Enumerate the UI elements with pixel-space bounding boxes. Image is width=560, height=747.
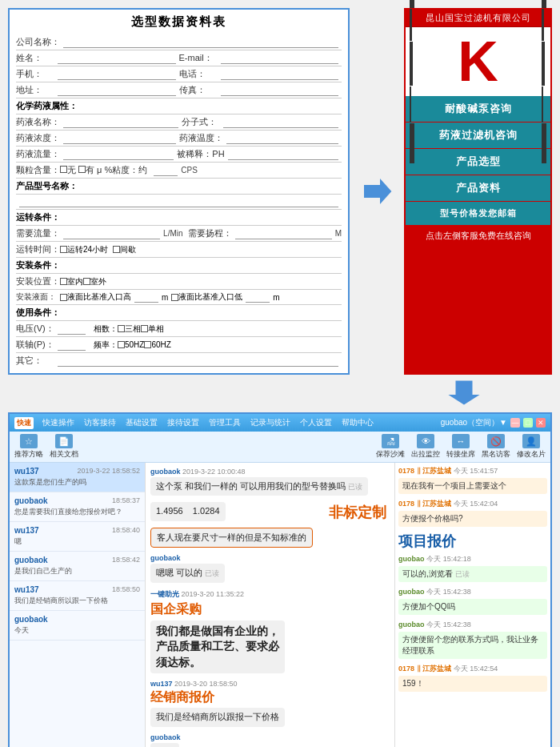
cb-24h[interactable] <box>60 246 67 253</box>
value-ph[interactable] <box>228 149 338 160</box>
cb-three-phase[interactable] <box>118 325 125 332</box>
toolbar-blacklist[interactable]: 🚫 黑名访客 <box>482 434 510 460</box>
company-btn-filter[interactable]: 药液过滤机咨询 <box>406 122 550 148</box>
msg-bubble-highlight: 客人现在要尺寸一样的但是不知标准的 <box>150 528 313 548</box>
value-formula[interactable] <box>223 117 338 128</box>
form-row-install2: 安装液面： 液面比基准入口高 m 液面比基准入口低 m <box>16 290 342 305</box>
cb-interval[interactable] <box>113 246 120 253</box>
label-name: 姓名： <box>16 52 54 64</box>
cb-outdoor[interactable] <box>83 278 90 285</box>
value-other[interactable] <box>58 355 338 367</box>
conv-item-guobaok3[interactable]: guobaok 今天 <box>10 611 145 641</box>
conv-item-guobaok[interactable]: guobaok 18:58:37 您是需要我们直接给您报价对吧？ <box>10 492 145 522</box>
toolbar-monitor[interactable]: 👁 出拉监控 <box>411 434 440 460</box>
nav-quick-op[interactable]: 快速操作 <box>38 416 78 429</box>
value-tel[interactable] <box>221 69 339 80</box>
label-freq: 频率： <box>94 339 118 351</box>
company-k-box: K <box>406 27 550 96</box>
msg-bubble-jxs: 我们是经销商所以跟报一下价格 <box>150 708 285 726</box>
rp-name: 0178 ‖ 江苏盐城 <box>398 467 451 475</box>
rp-time: 今天 15:41:57 <box>454 467 498 475</box>
conv-name: guobaok <box>14 615 48 624</box>
company-btn-price[interactable]: 型号价格发您邮箱 <box>406 202 550 225</box>
win-max-btn[interactable]: □ <box>523 418 533 428</box>
section-usage: 使用条件： <box>16 305 342 321</box>
value-fax[interactable] <box>221 85 339 96</box>
value-product-model[interactable] <box>19 196 338 207</box>
value-email[interactable] <box>221 53 339 64</box>
msg-time: 2019-3-20 18:58:50 <box>174 680 238 688</box>
nav-manage[interactable]: 管理工具 <box>205 416 245 429</box>
value-company[interactable] <box>63 37 338 48</box>
nav-help[interactable]: 帮助中心 <box>338 416 378 429</box>
conv-item-wu137-2[interactable]: wu137 18:58:40 嗯 <box>10 522 145 552</box>
conv-item-wu137-3[interactable]: wu137 18:58:50 我们是经销商所以跟一下价格 <box>10 581 145 611</box>
value-viscosity[interactable] <box>154 165 178 176</box>
label-interval: 间歇 <box>120 244 136 255</box>
nav-personal[interactable]: 个人设置 <box>296 416 336 429</box>
nav-service[interactable]: 接待设置 <box>163 416 203 429</box>
label-level-high: 液面比基准入口高 <box>67 291 131 303</box>
msg-bubble-today: 今天 <box>150 743 179 747</box>
cb-indoor[interactable] <box>60 278 67 285</box>
value-phone[interactable] <box>58 69 176 80</box>
company-btn-docs[interactable]: 产品资料 <box>406 175 550 201</box>
value-level-low[interactable] <box>246 291 270 303</box>
nav-basic[interactable]: 基础设置 <box>122 416 162 429</box>
msg-time: 2019-3-22 10:00:48 <box>182 468 246 476</box>
form-row-usage2: 联轴(P)： 频率： 50HZ 60HZ <box>16 337 342 353</box>
value-temp[interactable] <box>226 133 339 144</box>
chat-username: guobao（空间）▼ <box>441 417 507 428</box>
chat-nav: 快速操作 访客接待 基础设置 接待设置 管理工具 记录与统计 个人设置 帮助中心 <box>38 416 436 429</box>
value-head[interactable] <box>235 228 332 239</box>
cb-50hz[interactable] <box>118 341 125 348</box>
toolbar-icon-transfer: ↔ <box>452 434 470 448</box>
toolbar-transfer[interactable]: ↔ 转接坐席 <box>446 434 475 460</box>
value-voltage[interactable] <box>58 323 86 335</box>
form-row-chem2: 药液浓度： 药液温度： <box>16 131 342 147</box>
toolbar-profile[interactable]: 👤 修改名片 <box>517 434 546 460</box>
label-50hz: 50HZ <box>125 340 144 349</box>
conv-item-wu137-1[interactable]: wu137 2019-3-22 18:58:52 这款泵是您们生产的吗 <box>10 463 145 492</box>
label-head: 需要扬程： <box>188 227 232 239</box>
conversation-list: wu137 2019-3-22 18:58:52 这款泵是您们生产的吗 guob… <box>10 463 146 747</box>
nav-visitor[interactable]: 访客接待 <box>80 416 120 429</box>
value-liquid-name[interactable] <box>63 117 178 128</box>
nav-records[interactable]: 记录与统计 <box>246 416 294 429</box>
toolbar-sandbox[interactable]: 🏖 保荐沙滩 <box>376 434 405 460</box>
form-row-op1: 需要流量： L/Min 需要扬程： M <box>16 226 342 242</box>
label-fax: 传真： <box>179 84 218 96</box>
rp-name: 0178 ‖ 江苏盐城 <box>398 500 451 508</box>
value-flow[interactable] <box>63 149 174 160</box>
section-product: 产品型号名称： <box>16 179 342 195</box>
value-concentration[interactable] <box>63 133 176 144</box>
conv-msg: 这款泵是您们生产的吗 <box>14 477 140 488</box>
cb-level-high[interactable] <box>60 294 67 301</box>
value-flow-need[interactable] <box>63 228 160 239</box>
cb-60hz[interactable] <box>144 341 151 348</box>
form-row-op2: 运转时间： 运转24小时 间歇 <box>16 242 342 258</box>
msg-time: 2019-3-20 11:35:22 <box>182 590 245 598</box>
label-recommend: 推荐方略 <box>14 449 43 460</box>
company-btn-pump[interactable]: 耐酸碱泵咨询 <box>406 96 550 122</box>
win-min-btn[interactable]: — <box>510 418 520 428</box>
win-close-btn[interactable]: ✕ <box>536 418 546 428</box>
value-level-high[interactable] <box>134 291 158 303</box>
label-other: 其它： <box>16 355 54 367</box>
label-addr: 地址： <box>16 84 54 96</box>
value-addr[interactable] <box>58 85 176 96</box>
right-panel: 0178 ‖ 江苏盐城 今天 15:41:57 现在我有一个项目上需要这个 01… <box>394 463 550 747</box>
conv-item-guobaok2[interactable]: guobaok 18:58:42 是我们自己生产的 <box>10 552 145 581</box>
company-btn-select[interactable]: 产品选型 <box>406 149 550 175</box>
label-liquid-level: 安装液面： <box>16 291 60 303</box>
cb-level-low[interactable] <box>171 294 178 301</box>
value-name[interactable] <box>58 53 176 64</box>
cb-single-phase[interactable] <box>141 325 148 332</box>
chat-main-area: wu137 2019-3-22 18:58:52 这款泵是您们生产的吗 guob… <box>10 463 550 747</box>
rp-msg-2: 0178 ‖ 江苏盐城 今天 15:42:04 方便报个价格吗? <box>398 499 547 527</box>
toolbar-recommend[interactable]: ☆ 推荐方略 <box>14 434 43 460</box>
value-coupling[interactable] <box>58 339 86 351</box>
annotation-feibiao: 非标定制 <box>329 503 386 522</box>
msg-block-1: guobaok 2019-3-22 10:00:48 这个泵 和我们一样的 可以… <box>150 468 390 496</box>
toolbar-docs[interactable]: 📄 相关文档 <box>50 434 78 460</box>
